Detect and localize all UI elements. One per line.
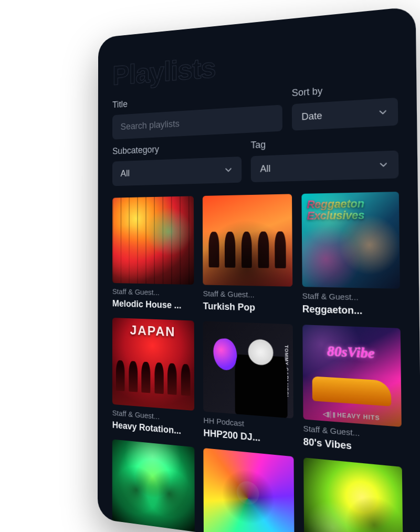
playlist-card[interactable]: 80sVibe HEAVY HITS Staff & Guest... 80's… — [302, 325, 402, 457]
chevron-down-icon — [378, 108, 387, 117]
chevron-down-icon — [379, 160, 388, 169]
thumb-art-text: JAPAN — [112, 322, 194, 341]
playlist-title: Reggaeton... — [302, 304, 401, 318]
sort-value: Date — [301, 107, 371, 122]
title-field: Title — [112, 88, 282, 139]
tag-field: Tag All — [250, 133, 398, 183]
playlist-card[interactable] — [204, 448, 295, 532]
playlist-title: Melodic House ... — [112, 298, 194, 311]
thumb-art-text: TOMMY CARLUCCI — [281, 327, 291, 415]
subcategory-label: Subcategory — [112, 140, 242, 157]
thumb-art-text: Reggaeton Exclusives — [307, 198, 364, 222]
playlist-card[interactable]: TOMMY CARLUCCI HH Podcast HHP200 DJ... — [203, 321, 293, 447]
playlist-thumb: JAPAN — [112, 318, 195, 410]
playlist-thumb — [303, 457, 403, 532]
playlist-thumb: TOMMY CARLUCCI — [203, 321, 293, 419]
search-input[interactable] — [112, 105, 282, 139]
playlist-thumb: 80sVibe HEAVY HITS — [302, 325, 402, 427]
thumb-art-brand: HEAVY HITS — [303, 409, 402, 423]
playlist-card[interactable] — [112, 439, 195, 532]
subcategory-select[interactable]: All — [112, 157, 242, 186]
thumb-art-text: 80sVibe — [302, 342, 401, 363]
sort-field: Sort by Date — [292, 80, 398, 131]
tag-select[interactable]: All — [251, 150, 399, 182]
playlist-card[interactable]: JAPAN Staff & Guest... Heavy Rotation... — [112, 318, 195, 437]
playlist-subtitle: Staff & Guest... — [302, 291, 400, 303]
playlist-card[interactable]: Staff & Guest... Turkish Pop — [203, 194, 292, 315]
tag-value: All — [260, 160, 372, 175]
playlist-thumb — [112, 439, 195, 532]
app-screen: Playlists Title Sort by Date Subcategory — [98, 6, 420, 532]
subcategory-value: All — [121, 165, 218, 179]
playlist-subtitle: Staff & Guest... — [203, 289, 292, 300]
playlist-thumb — [203, 194, 292, 287]
page-title: Playlists — [112, 35, 397, 91]
playlist-thumb: Reggaeton Exclusives — [301, 192, 400, 289]
chevron-down-icon — [224, 165, 232, 174]
playlist-thumb — [204, 448, 295, 532]
subcategory-field: Subcategory All — [112, 140, 242, 186]
tag-label: Tag — [250, 133, 398, 151]
playlist-card[interactable] — [303, 457, 403, 532]
playlist-title: Turkish Pop — [203, 301, 292, 315]
sort-select[interactable]: Date — [292, 98, 398, 131]
playlist-card[interactable]: Staff & Guest... Melodic House ... — [112, 196, 194, 311]
playlist-grid: Staff & Guest... Melodic House ... Staff… — [112, 192, 403, 532]
playlist-subtitle: Staff & Guest... — [112, 287, 194, 298]
sort-label: Sort by — [292, 80, 398, 99]
playlist-thumb — [112, 196, 194, 285]
playlist-card[interactable]: Reggaeton Exclusives Staff & Guest... Re… — [301, 192, 400, 318]
